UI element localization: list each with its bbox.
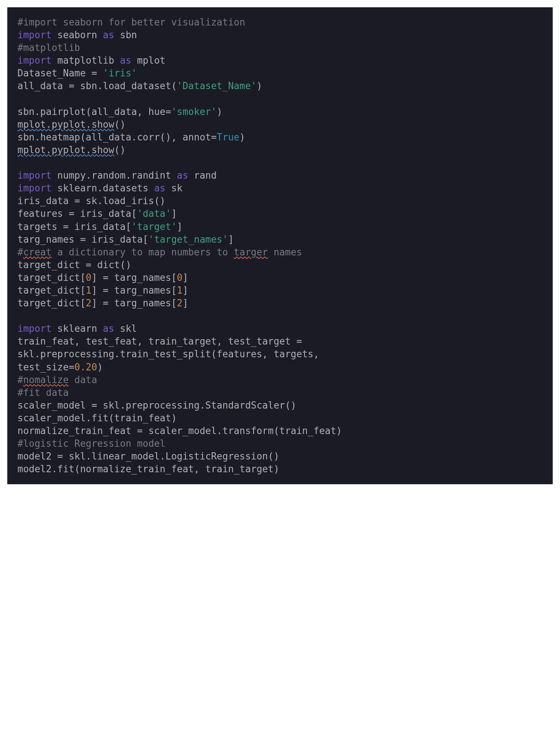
code-line[interactable]: #nomalize data	[17, 374, 97, 385]
code-token: 0	[86, 272, 92, 283]
code-token: ]	[177, 221, 183, 232]
code-line[interactable]: #logistic Regression model	[17, 438, 165, 449]
code-token: numpy.random.randint	[52, 170, 177, 181]
code-line[interactable]: Dataset_Name = 'iris'	[17, 68, 137, 79]
code-token: iris_data = sk.load_iris()	[17, 195, 165, 206]
code-line[interactable]: scaler_model = skl.preprocessing.Standar…	[17, 400, 296, 411]
code-token: #	[17, 374, 23, 385]
code-line[interactable]: target_dict[2] = targ_names[2]	[17, 298, 188, 309]
code-token: targer	[234, 247, 268, 258]
code-line[interactable]: #import seaborn for better visualization	[17, 17, 245, 28]
code-line[interactable]: import seaborn as sbn	[17, 29, 137, 40]
code-token: targ_names = iris_data[	[17, 234, 148, 245]
code-token: mplot.pyplot.show	[17, 119, 114, 130]
code-line[interactable]: #fit data	[17, 387, 69, 398]
code-token: )	[256, 80, 262, 91]
code-token: target_dict[	[17, 298, 86, 309]
code-line[interactable]: #creat a dictionary to map numbers to ta…	[17, 247, 302, 258]
code-editor[interactable]: #import seaborn for better visualization…	[7, 7, 553, 484]
code-token: sbn.heatmap(all_data.corr(), annot=	[17, 132, 217, 143]
code-token: ] = targ_names[	[92, 272, 177, 283]
code-line[interactable]: mplot.pyplot.show()	[17, 119, 125, 130]
code-line[interactable]: model2 = skl.linear_model.LogisticRegres…	[17, 451, 279, 462]
code-line[interactable]: test_size=0.20)	[17, 362, 103, 373]
code-token: model2 = skl.linear_model.LogisticRegres…	[17, 451, 279, 462]
code-token: scaler_model.fit(train_feat)	[17, 413, 177, 423]
code-line[interactable]: all_data = sbn.load_dataset('Dataset_Nam…	[17, 80, 262, 91]
code-line[interactable]: target_dict[1] = targ_names[1]	[17, 285, 188, 296]
code-token: skl.preprocessing.train_test_split(featu…	[17, 349, 325, 359]
code-token: True	[217, 132, 240, 143]
code-token: import	[17, 55, 52, 66]
code-token: ]	[228, 234, 234, 245]
code-token: mplot.pyplot.show	[17, 144, 114, 155]
code-line[interactable]: import sklearn.datasets as sk	[17, 183, 183, 194]
code-token: target_dict[	[17, 272, 86, 283]
code-line[interactable]: #matplotlib	[17, 42, 80, 53]
code-token: 1	[177, 285, 183, 296]
code-token: 0	[177, 272, 183, 283]
code-token: ]	[183, 272, 188, 283]
code-token: #logistic Regression model	[17, 438, 165, 449]
code-token: targets = iris_data[	[17, 221, 131, 232]
code-token: 2	[177, 298, 183, 309]
code-line[interactable]: target_dict[0] = targ_names[0]	[17, 272, 188, 283]
code-token: sk	[165, 183, 183, 194]
code-token: ]	[171, 208, 177, 219]
code-token: 'target_names'	[148, 234, 228, 245]
code-line[interactable]: mplot.pyplot.show()	[17, 144, 125, 155]
code-token: train_feat, test_feat, train_target, tes…	[17, 336, 308, 347]
code-line[interactable]: import sklearn as skl	[17, 323, 137, 334]
code-token: ] = targ_names[	[92, 285, 177, 296]
code-token: target_dict[	[17, 285, 86, 296]
code-token: data	[69, 374, 97, 385]
code-token: 1	[86, 285, 92, 296]
code-token: )	[97, 362, 103, 373]
code-token: nomalize	[23, 374, 69, 385]
code-token: #	[17, 247, 23, 258]
code-token: target_dict = dict()	[17, 259, 131, 270]
code-token: names	[268, 247, 302, 258]
code-token: model2.fit(normalize_train_feat, train_t…	[17, 464, 279, 474]
code-line[interactable]: train_feat, test_feat, train_target, tes…	[17, 336, 308, 347]
code-line[interactable]: import numpy.random.randint as rand	[17, 170, 217, 181]
code-token: sklearn.datasets	[52, 183, 154, 194]
code-token: ]	[183, 285, 188, 296]
code-token: sbn.pairplot(all_data, hue=	[17, 106, 171, 117]
code-token: )	[240, 132, 245, 143]
code-line[interactable]: targ_names = iris_data['target_names']	[17, 234, 234, 245]
code-line[interactable]: targets = iris_data['target']	[17, 221, 183, 232]
code-token: import	[17, 183, 52, 194]
code-token: 2	[86, 298, 92, 309]
code-line[interactable]: iris_data = sk.load_iris()	[17, 195, 165, 206]
code-line[interactable]: normalize_train_feat = scaler_model.tran…	[17, 425, 342, 436]
code-line[interactable]: features = iris_data['data']	[17, 208, 177, 219]
code-content[interactable]: #import seaborn for better visualization…	[17, 17, 342, 474]
code-line[interactable]: scaler_model.fit(train_feat)	[17, 413, 177, 423]
code-line[interactable]: import matplotlib as mplot	[17, 55, 165, 66]
code-line[interactable]: sbn.pairplot(all_data, hue='smoker')	[17, 106, 223, 117]
code-line[interactable]: model2.fit(normalize_train_feat, train_t…	[17, 464, 279, 474]
code-line[interactable]: sbn.heatmap(all_data.corr(), annot=True)	[17, 132, 245, 143]
code-token: ()	[114, 119, 125, 130]
code-token: seaborn	[52, 29, 103, 40]
code-token: as	[103, 29, 114, 40]
code-token: #import seaborn for better visualization	[17, 17, 245, 28]
code-token: rand	[188, 170, 217, 181]
code-token: as	[120, 55, 131, 66]
code-token: 'target'	[131, 221, 177, 232]
code-token: matplotlib	[52, 55, 120, 66]
code-token: as	[154, 183, 165, 194]
code-token: all_data = sbn.load_dataset(	[17, 80, 177, 91]
code-token: a dictionary to map numbers to	[52, 247, 234, 258]
code-token: ]	[183, 298, 188, 309]
code-token: sbn	[114, 29, 137, 40]
code-token: )	[217, 106, 223, 117]
code-token: #fit data	[17, 387, 69, 398]
code-token: as	[103, 323, 114, 334]
code-token: 'data'	[137, 208, 171, 219]
code-token: creat	[23, 247, 52, 258]
code-token: scaler_model = skl.preprocessing.Standar…	[17, 400, 296, 411]
code-line[interactable]: target_dict = dict()	[17, 259, 131, 270]
code-line[interactable]: skl.preprocessing.train_test_split(featu…	[17, 349, 325, 359]
